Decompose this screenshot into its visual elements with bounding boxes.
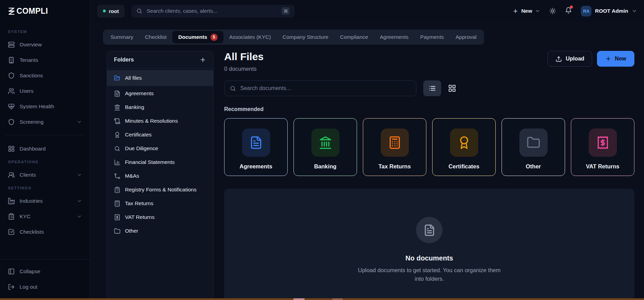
new-menu-button[interactable]: New	[513, 8, 540, 14]
folder-item-financial-statements[interactable]: Financial Statements	[107, 155, 213, 169]
card-agreements[interactable]: Agreements	[224, 118, 288, 176]
bottom-strip-segment	[332, 298, 343, 300]
main-region: root ⌘ New RA ROOT Admin	[90, 0, 644, 300]
tab-approval[interactable]: Approval	[450, 30, 482, 45]
sidebar-item-screening[interactable]: Screening	[5, 114, 85, 130]
card-banking[interactable]: Banking	[294, 118, 357, 176]
folder-item-tax-returns[interactable]: Tax Returns	[107, 197, 213, 210]
sidebar-item-sanctions[interactable]: Sanctions	[5, 68, 85, 83]
folder-item-due-diligence[interactable]: Due Diligence	[107, 142, 213, 155]
theme-sun-icon[interactable]	[549, 8, 556, 14]
sidebar-item-industries[interactable]: Industries	[5, 193, 85, 209]
grid-view-toggle[interactable]	[448, 84, 456, 92]
chevron-down-icon	[77, 214, 82, 219]
list-view-toggle[interactable]	[423, 80, 441, 96]
folder-item-other[interactable]: Other	[107, 224, 213, 238]
calculator-icon	[388, 136, 402, 149]
sidebar-item-checklists[interactable]: Checklists	[5, 224, 85, 240]
tab-documents[interactable]: Documents 5	[172, 31, 223, 43]
card-tax-returns[interactable]: Tax Returns	[363, 118, 426, 176]
card-icon-tile	[242, 129, 270, 157]
folder-item-certificates[interactable]: Certificates	[107, 128, 213, 142]
topbar: root ⌘ New RA ROOT Admin	[90, 0, 644, 22]
new-document-button[interactable]: New	[597, 51, 634, 67]
sidebar-footer: Collapse Log out	[0, 259, 90, 300]
logout-button[interactable]: Log out	[5, 279, 85, 295]
card-icon-tile	[311, 129, 340, 157]
tab-payments[interactable]: Payments	[414, 30, 450, 45]
online-status-dot	[103, 10, 106, 12]
folders-title: Folders	[114, 57, 134, 63]
user-name: ROOT Admin	[595, 8, 628, 14]
award-icon	[114, 132, 120, 138]
tab-compliance[interactable]: Compliance	[334, 30, 374, 45]
card-certificates[interactable]: Certificates	[432, 118, 496, 176]
chart-column-icon	[114, 159, 120, 166]
folder-item-banking[interactable]: Banking	[107, 100, 213, 114]
landmark-icon	[114, 104, 120, 111]
folder-item-vat-returns[interactable]: VAT Returns	[107, 210, 213, 224]
folder-icon	[527, 136, 540, 149]
tab-summary[interactable]: Summary	[105, 30, 139, 45]
tab-checklist[interactable]: Checklist	[139, 30, 172, 45]
logout-icon	[8, 284, 15, 290]
documents-count-badge: 5	[210, 34, 218, 41]
workspace-name: root	[109, 8, 119, 14]
sidebar-item-label: KYC	[20, 213, 31, 220]
logout-label: Log out	[20, 284, 37, 290]
tab-associates-kyc[interactable]: Associates (KYC)	[223, 30, 277, 45]
empty-state-title: No documents	[405, 254, 453, 262]
folder-item-agreements[interactable]: Agreements	[107, 87, 213, 100]
chevron-down-icon	[535, 8, 540, 14]
page-title: All Files	[224, 51, 264, 63]
collapse-sidebar-button[interactable]: Collapse	[5, 264, 85, 279]
sidebar-item-overview[interactable]: Overview	[5, 37, 85, 52]
files-header: All Files 0 documents Upload New	[224, 51, 634, 72]
shield-icon	[8, 72, 15, 79]
folder-item-registry-forms[interactable]: Registry Forms & Notifications	[107, 183, 213, 197]
sidebar-item-system-health[interactable]: System Health	[5, 99, 85, 114]
workspace-switcher[interactable]: root	[97, 5, 125, 18]
entity-tabs: Summary Checklist Documents 5 Associates…	[103, 30, 484, 45]
upload-button[interactable]: Upload	[548, 51, 592, 67]
bottom-edge-strip	[0, 298, 644, 300]
folder-item-minutes-resolutions[interactable]: Minutes & Resolutions	[107, 114, 213, 128]
sidebar-item-label: Tenants	[20, 57, 38, 63]
document-search-input[interactable]	[240, 85, 411, 91]
tab-company-structure[interactable]: Company Structure	[277, 30, 334, 45]
card-label: Tax Returns	[378, 163, 411, 170]
add-folder-button[interactable]	[199, 56, 206, 63]
folder-icon	[114, 228, 120, 234]
section-header-operations: OPERATIONS	[5, 156, 85, 167]
list-icon	[428, 85, 436, 92]
sidebar-item-label: Users	[20, 88, 33, 94]
card-vat-returns[interactable]: VAT Returns	[571, 118, 634, 176]
card-other[interactable]: Other	[502, 118, 565, 176]
sidebar-item-dashboard[interactable]: Dashboard	[5, 141, 85, 156]
sidebar-item-label: Dashboard	[20, 146, 46, 152]
tab-agreements[interactable]: Agreements	[374, 30, 414, 45]
topbar-actions: New RA ROOT Admin	[513, 6, 637, 16]
app-logo: COMPLI	[0, 0, 90, 22]
document-search	[224, 80, 416, 96]
avatar: RA	[581, 6, 591, 16]
global-search-input[interactable]	[147, 8, 277, 14]
card-icon-tile	[589, 129, 617, 157]
calculator-icon	[114, 200, 120, 207]
empty-state-description: Upload documents to get started. You can…	[358, 266, 501, 275]
user-menu[interactable]: RA ROOT Admin	[581, 6, 637, 16]
folder-item-all-files[interactable]: All files	[107, 70, 213, 86]
landmark-icon	[319, 136, 332, 149]
sidebar-item-label: System Health	[20, 103, 54, 110]
content-area: Summary Checklist Documents 5 Associates…	[90, 22, 644, 300]
card-label: VAT Returns	[586, 163, 619, 170]
sidebar-item-clients[interactable]: Clients	[5, 167, 85, 182]
notifications-button[interactable]	[565, 7, 572, 15]
bottom-strip-segment	[294, 298, 304, 300]
sidebar-item-kyc[interactable]: KYC	[5, 209, 85, 224]
sidebar-item-users[interactable]: Users	[5, 83, 85, 99]
sidebar-item-tenants[interactable]: Tenants	[5, 52, 85, 68]
award-icon	[457, 136, 471, 149]
scroll-icon	[114, 118, 120, 124]
folder-item-mas[interactable]: M&As	[107, 169, 213, 183]
